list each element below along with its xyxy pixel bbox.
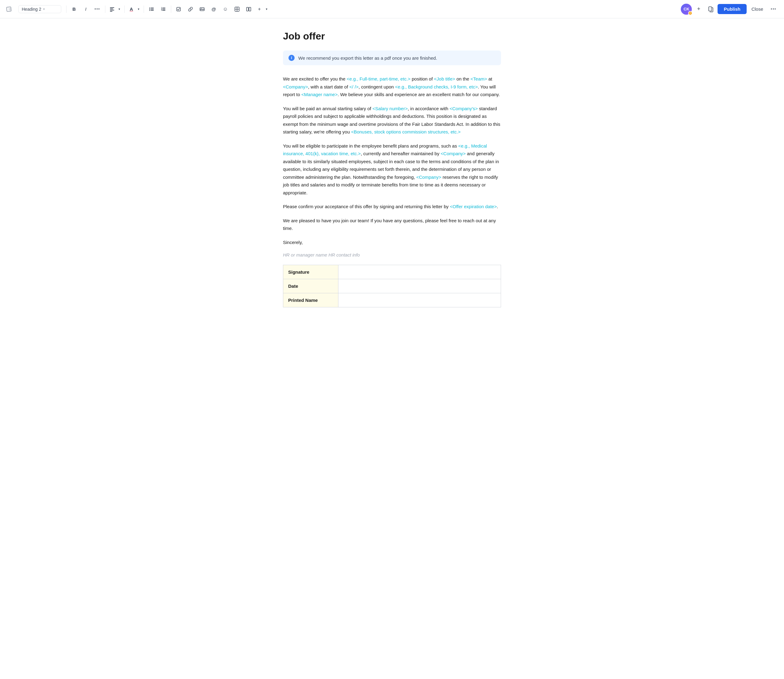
- page-title[interactable]: Job offer: [283, 31, 501, 42]
- info-banner-text: We recommend you export this letter as a…: [298, 55, 437, 61]
- svg-point-10: [149, 10, 151, 11]
- add-collaborator-button[interactable]: +: [693, 4, 704, 15]
- signature-label: Signature: [283, 265, 339, 279]
- p1-var4[interactable]: <Company>: [283, 84, 308, 89]
- svg-rect-13: [162, 8, 165, 8]
- p1-prefix: We are excited to offer you the: [283, 76, 347, 81]
- task-button[interactable]: [174, 4, 184, 14]
- svg-rect-7: [151, 8, 154, 8]
- heading-selector-label: Heading 2: [22, 7, 41, 12]
- bold-button[interactable]: B: [69, 4, 79, 14]
- p2-var1[interactable]: <Salary number>: [372, 106, 408, 111]
- svg-point-6: [149, 7, 151, 8]
- paragraph-3: You will be eligible to participate in t…: [283, 142, 501, 197]
- italic-button[interactable]: I: [80, 4, 91, 14]
- p2-var2[interactable]: <Company's>: [450, 106, 478, 111]
- more-options-button[interactable]: •••: [768, 4, 779, 15]
- p4-var1[interactable]: <Offer expiration date>: [450, 204, 497, 209]
- svg-text:3.: 3.: [161, 9, 163, 11]
- signature-table: Signature Date Printed Name: [283, 265, 501, 307]
- closing-text: Sincerely,: [283, 238, 501, 246]
- heading-selector-chevron: ▾: [43, 7, 45, 11]
- align-group: ▾: [108, 4, 122, 14]
- link-button[interactable]: [185, 4, 196, 14]
- svg-rect-15: [162, 9, 165, 9]
- mention-button[interactable]: @: [209, 4, 219, 14]
- editor-content: Job offer i We recommend you export this…: [276, 18, 508, 332]
- p1-mid2: on the: [455, 76, 470, 81]
- align-chevron-button[interactable]: ▾: [116, 4, 122, 14]
- p2-prefix: You will be paid an annual starting sala…: [283, 106, 372, 111]
- p3-mid1: , currently and hereafter maintained by: [361, 151, 441, 156]
- emoji-button[interactable]: ☺: [220, 4, 230, 14]
- avatar[interactable]: CK C: [681, 4, 692, 15]
- logo-icon[interactable]: [5, 4, 15, 14]
- p4-suffix: .: [497, 204, 498, 209]
- signature-value[interactable]: [339, 265, 501, 279]
- printed-name-label: Printed Name: [283, 293, 339, 307]
- p1-var3[interactable]: <Team>: [470, 76, 487, 81]
- paragraph-5: We are pleased to have you join our team…: [283, 217, 501, 232]
- p1-var7[interactable]: <Manager name>: [301, 92, 337, 97]
- table-button[interactable]: [232, 4, 242, 14]
- version-history-button[interactable]: [705, 4, 716, 15]
- font-color-group: A ▾: [127, 4, 141, 14]
- p3-prefix: You will be eligible to participate in t…: [283, 143, 458, 149]
- divider-3: [124, 6, 125, 13]
- columns-button[interactable]: [243, 4, 254, 14]
- p3-var3[interactable]: <Company>: [416, 175, 441, 180]
- p2-mid1: , in accordance with: [408, 106, 450, 111]
- svg-rect-11: [151, 10, 154, 11]
- p1-var6[interactable]: <e.g., Background checks, I-9 form, etc>: [395, 84, 478, 89]
- p2-var3[interactable]: <Bonuses, stock options commission struc…: [351, 129, 461, 135]
- divider-4: [144, 6, 144, 13]
- info-icon: i: [289, 55, 295, 61]
- image-button[interactable]: [197, 4, 207, 14]
- p1-suffix: . We believe your skills and experience …: [337, 92, 500, 97]
- insert-button[interactable]: +: [255, 4, 264, 14]
- close-button[interactable]: Close: [748, 4, 767, 14]
- svg-rect-2: [110, 7, 114, 8]
- svg-point-8: [149, 9, 151, 9]
- paragraph-2: You will be paid an annual starting sala…: [283, 105, 501, 136]
- printed-name-value[interactable]: [339, 293, 501, 307]
- p1-mid1: position of: [410, 76, 434, 81]
- p1-mid5: , contingent upon: [359, 84, 395, 89]
- heading-selector[interactable]: Heading 2 ▾: [18, 5, 61, 13]
- toolbar: Heading 2 ▾ B I ••• ▾ A ▾: [0, 0, 784, 18]
- divider-2: [105, 6, 105, 13]
- table-row: Printed Name: [283, 293, 501, 307]
- p3-var2[interactable]: <Company>: [441, 151, 466, 156]
- p1-var1[interactable]: <e.g., Full-time, part-time, etc.>: [347, 76, 410, 81]
- svg-rect-1: [9, 8, 11, 10]
- svg-rect-18: [177, 7, 180, 11]
- svg-rect-25: [249, 7, 251, 11]
- date-value[interactable]: [339, 279, 501, 293]
- svg-rect-3: [110, 9, 113, 9]
- placeholder-text[interactable]: HR or manager name HR contact info: [283, 252, 501, 257]
- svg-rect-5: [110, 11, 112, 12]
- bullet-list-button[interactable]: [146, 4, 157, 14]
- avatar-initials: CK: [684, 7, 689, 11]
- table-row: Date: [283, 279, 501, 293]
- font-color-chevron-button[interactable]: ▾: [136, 4, 141, 14]
- svg-rect-27: [710, 7, 711, 10]
- publish-button[interactable]: Publish: [718, 4, 746, 14]
- avatar-badge: C: [688, 11, 692, 15]
- numbered-list-button[interactable]: 1. 2. 3.: [158, 4, 168, 14]
- insert-chevron-button[interactable]: ▾: [264, 4, 269, 14]
- more-formatting-button[interactable]: •••: [92, 4, 103, 14]
- p1-var2[interactable]: <Job title>: [434, 76, 455, 81]
- svg-rect-17: [162, 10, 165, 11]
- paragraph-1: We are excited to offer you the <e.g., F…: [283, 75, 501, 99]
- insert-group: + ▾: [255, 4, 269, 14]
- font-color-button[interactable]: A: [127, 4, 136, 14]
- p1-var5[interactable]: </ />: [350, 84, 359, 89]
- info-banner: i We recommend you export this letter as…: [283, 50, 501, 65]
- p1-mid3: at: [487, 76, 492, 81]
- align-button[interactable]: [108, 4, 116, 14]
- date-label: Date: [283, 279, 339, 293]
- p1-mid4: , with a start date of: [308, 84, 350, 89]
- svg-rect-4: [110, 10, 114, 10]
- divider-1: [66, 6, 66, 13]
